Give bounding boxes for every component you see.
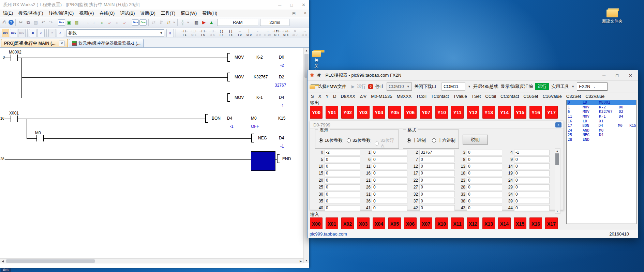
ladder-symbol-F7[interactable]: ( )F7	[217, 30, 226, 36]
il-row-17[interactable]: 17BOND4M0K15	[567, 123, 636, 128]
memory-target-field[interactable]: RAM	[217, 19, 258, 26]
output-button-Y00[interactable]: Y00	[310, 106, 323, 119]
device-tab-TValue[interactable]: TValue	[453, 94, 467, 99]
d-value-input-10[interactable]	[325, 163, 360, 169]
input-button-X05[interactable]: X05	[388, 217, 401, 230]
cut-icon[interactable]: ✂	[17, 19, 24, 26]
ladder-symbol-F9[interactable]: ─F9	[235, 30, 244, 36]
d-value-input-23[interactable]	[467, 177, 502, 183]
device-tab-M0-M1535[interactable]: M0-M1535	[371, 94, 392, 99]
device-tab-C32Value[interactable]: C32Value	[585, 94, 604, 99]
help-icon[interactable]: ?	[9, 20, 14, 25]
input-button-X00[interactable]: X00	[310, 217, 323, 230]
d-value-input-27[interactable]	[419, 184, 455, 190]
d-value-input-21[interactable]	[372, 177, 407, 183]
new-page-button[interactable]: ▯	[166, 29, 174, 37]
input-button-X15[interactable]: X15	[514, 217, 526, 230]
d-value-input-18[interactable]	[467, 170, 502, 176]
monitor-screen-icon[interactable]: ▣	[66, 19, 73, 26]
com-download-select[interactable]: COM10▼	[387, 82, 412, 91]
scrollbar-thumb[interactable]	[555, 153, 559, 165]
chevron-down-icon[interactable]: ▼	[468, 85, 471, 88]
d-value-input-15[interactable]	[325, 170, 360, 176]
close-button[interactable]: ✕	[629, 73, 632, 78]
menu-item-3[interactable]: 视图(V)	[76, 10, 96, 17]
d-value-input-31[interactable]	[372, 191, 407, 197]
d-value-input-44[interactable]	[514, 205, 550, 211]
input-button-X10[interactable]: X10	[435, 217, 448, 230]
d-value-input-32[interactable]	[419, 191, 455, 197]
menu-item-0[interactable]: 辑(E)	[0, 10, 16, 17]
scrollbar-thumb[interactable]	[6, 259, 95, 263]
d-value-input-38[interactable]	[467, 198, 502, 204]
scroll-down-icon[interactable]: ▼	[555, 209, 559, 213]
scroll-left-icon[interactable]: ◀	[0, 259, 5, 263]
d-value-input-3[interactable]	[467, 150, 502, 155]
output-button-Y06[interactable]: Y06	[404, 106, 417, 119]
device-tab-M8XXX[interactable]: M8XXX	[396, 94, 411, 99]
device-monitor-button[interactable]: Dev	[2, 29, 9, 37]
insert-row-icon[interactable]: ╬	[179, 19, 186, 26]
input-button-X17[interactable]: X17	[545, 217, 558, 230]
more-chevron2-icon[interactable]: »	[187, 20, 189, 24]
d-value-input-19[interactable]	[514, 170, 550, 176]
ladder-symbol-sF7[interactable]: ⊣↟⊢sF7	[272, 30, 281, 36]
menu-item-1[interactable]: 搜索/替换(F)	[16, 10, 46, 17]
device-tab-CContact[interactable]: CContact	[500, 94, 519, 99]
open-pmw-button[interactable]: 选择PMW文件	[318, 84, 346, 90]
close-icon[interactable]: x	[555, 122, 561, 127]
scroll-up-icon[interactable]: ▲	[304, 48, 309, 53]
radio-32bit-int[interactable]: 32位整数	[347, 137, 371, 143]
ladder-symbol-aF7[interactable]: ✕aF7	[290, 30, 300, 36]
maximize-button[interactable]: □	[616, 73, 618, 78]
input-button-X02[interactable]: X02	[341, 217, 354, 230]
mdi-child-controls[interactable]: ▣─✕	[292, 11, 307, 15]
d-value-input-11[interactable]	[372, 163, 407, 169]
taobao-link[interactable]: plc999.taobao.com	[310, 231, 347, 237]
d-value-input-42[interactable]	[419, 205, 455, 211]
input-button-X13[interactable]: X13	[482, 217, 495, 230]
stop-monitor-icon[interactable]: ▲	[208, 19, 215, 26]
ladder-symbol-sF5[interactable]: ⊣⊥⊢sF5	[189, 30, 198, 36]
find-gray-icon[interactable]: ⌕	[114, 19, 121, 26]
com-485-select[interactable]: COM11	[441, 82, 465, 91]
input-button-X04[interactable]: X04	[373, 217, 385, 230]
device-tab-C16Set[interactable]: C16Set	[523, 94, 538, 99]
desktop-icon-new-folder[interactable]: 新建文件夹	[600, 8, 625, 24]
help-button[interactable]: 说明	[463, 135, 488, 145]
output-button-Y14[interactable]: Y14	[498, 106, 511, 119]
input-button-X06[interactable]: X06	[404, 217, 417, 230]
d-value-input-7[interactable]	[419, 156, 455, 162]
d-value-input-24[interactable]	[514, 177, 550, 183]
input-button-X01[interactable]: X01	[326, 217, 338, 230]
output-button-Y12[interactable]: Y12	[467, 106, 479, 119]
d-value-input-1[interactable]	[372, 150, 407, 155]
find-contact-icon[interactable]: ⌕	[99, 19, 106, 26]
print-icon[interactable]: ⎙	[1, 19, 8, 26]
output-button-Y13[interactable]: Y13	[482, 106, 495, 119]
ladder-symbol-cF10[interactable]: ¬cF10	[263, 30, 272, 36]
d-value-input-13[interactable]	[467, 163, 502, 169]
transfer-icon[interactable]: ⇄	[150, 19, 157, 26]
undo-icon[interactable]: ↶	[40, 19, 47, 26]
device-tab-S[interactable]: S	[311, 94, 314, 99]
tab-prg-monitor-main[interactable]: PRG]监视 执行中 MAIN (... ✕	[1, 39, 68, 47]
device-batch-monitor-button[interactable]: Dev	[10, 29, 17, 37]
output-button-Y03[interactable]: Y03	[357, 106, 370, 119]
ladder-symbol-F6[interactable]: ⊣↑⊢F6	[198, 30, 208, 36]
jump-next-icon[interactable]: →	[84, 19, 91, 26]
menu-item-5[interactable]: 调试(B)	[117, 10, 137, 17]
find-binoculars-button[interactable]: ⌕	[57, 29, 64, 37]
device-display-icon[interactable]: Dev	[132, 19, 139, 26]
open-485-button[interactable]: 开启485总线	[473, 84, 498, 90]
d-value-input-41[interactable]	[372, 205, 407, 211]
scroll-up-icon[interactable]: ▲	[555, 149, 559, 153]
menu-item-6[interactable]: 诊断(D)	[138, 10, 158, 17]
menu-item-4[interactable]: 在线(O)	[97, 10, 118, 17]
d-value-input-40[interactable]	[325, 205, 360, 211]
tab-device-batch-monitor[interactable]: 软元件/缓冲存储器批量监视-1 (...	[69, 39, 144, 47]
d-value-input-33[interactable]	[467, 191, 502, 197]
redo-icon[interactable]: ↷	[47, 19, 54, 26]
tools-menu-button[interactable]: 实用工具	[551, 84, 569, 90]
d-value-input-0[interactable]	[325, 150, 360, 155]
